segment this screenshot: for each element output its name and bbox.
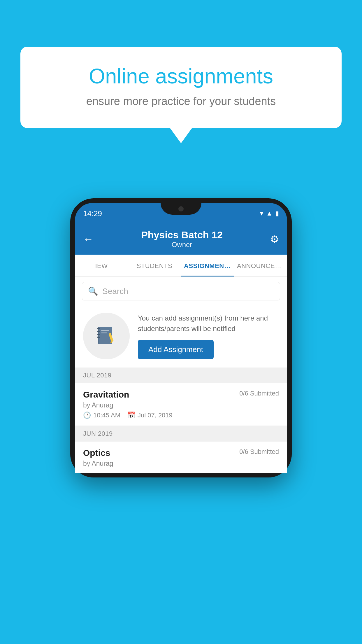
assignment-date-gravitation: Jul 07, 2019 (138, 412, 173, 419)
tab-iew[interactable]: IEW (75, 255, 128, 276)
status-time: 14:29 (83, 209, 102, 218)
status-bar: 14:29 ▾ ▲ ▮ (75, 203, 287, 224)
section-label-jun: JUN 2019 (83, 430, 113, 437)
speech-bubble-subtitle: ensure more practice for your students (44, 95, 318, 108)
battery-icon: ▮ (275, 210, 279, 217)
meta-date-gravitation: 📅 Jul 07, 2019 (127, 412, 173, 419)
section-label-jul: JUL 2019 (83, 372, 111, 379)
svg-rect-7 (101, 332, 107, 333)
speech-bubble-title: Online assignments (44, 64, 318, 88)
clock-icon: 🕐 (83, 412, 91, 419)
promo-area: You can add assignment(s) from here and … (75, 306, 287, 368)
assignment-name-optics: Optics (83, 448, 110, 458)
assignment-name-gravitation: Gravitation (83, 390, 129, 400)
search-bar[interactable]: 🔍 Search (82, 282, 280, 300)
search-container: 🔍 Search (75, 277, 287, 306)
gear-icon[interactable]: ⚙ (270, 233, 279, 245)
svg-rect-4 (97, 334, 100, 335)
svg-rect-5 (97, 337, 100, 338)
assignment-by-gravitation: by Anurag (83, 401, 279, 409)
submitted-badge-optics: 0/6 Submitted (239, 448, 279, 456)
submitted-badge-gravitation: 0/6 Submitted (239, 390, 279, 397)
phone-outer: 14:29 ▾ ▲ ▮ ← Physics Batch 12 Owner ⚙ I… (70, 198, 292, 477)
speech-bubble: Online assignments ensure more practice … (20, 47, 342, 128)
svg-rect-6 (101, 330, 109, 331)
header-title: Physics Batch 12 (141, 229, 223, 241)
tab-assignments[interactable]: ASSIGNMENTS (181, 255, 234, 276)
speech-bubble-container: Online assignments ensure more practice … (20, 47, 342, 128)
phone-mockup: 14:29 ▾ ▲ ▮ ← Physics Batch 12 Owner ⚙ I… (70, 198, 292, 477)
svg-rect-3 (97, 331, 100, 332)
calendar-icon: 📅 (127, 412, 135, 419)
assignment-item-optics[interactable]: Optics 0/6 Submitted by Anurag (75, 442, 287, 473)
assignment-item-gravitation[interactable]: Gravitation 0/6 Submitted by Anurag 🕐 10… (75, 383, 287, 426)
status-icons: ▾ ▲ ▮ (260, 210, 279, 217)
signal-icon: ▲ (266, 210, 273, 217)
header-center: Physics Batch 12 Owner (141, 229, 223, 249)
svg-rect-2 (97, 328, 100, 329)
back-button[interactable]: ← (83, 233, 94, 245)
assignment-row1: Gravitation 0/6 Submitted (83, 390, 279, 400)
notch (161, 203, 201, 215)
search-input[interactable]: Search (102, 287, 128, 296)
promo-text: You can add assignment(s) from here and … (138, 313, 279, 334)
meta-time-gravitation: 🕐 10:45 AM (83, 412, 120, 419)
app-header: ← Physics Batch 12 Owner ⚙ (75, 224, 287, 255)
section-jun-2019: JUN 2019 (75, 426, 287, 442)
add-assignment-button[interactable]: Add Assignment (138, 340, 214, 359)
promo-right: You can add assignment(s) from here and … (138, 313, 279, 359)
tab-students[interactable]: STUDENTS (128, 255, 181, 276)
assignment-by-optics: by Anurag (83, 460, 279, 468)
screen-content: 🔍 Search (75, 277, 287, 473)
section-jul-2019: JUL 2019 (75, 368, 287, 383)
assignment-meta-gravitation: 🕐 10:45 AM 📅 Jul 07, 2019 (83, 412, 279, 419)
tabs-bar: IEW STUDENTS ASSIGNMENTS ANNOUNCEM... (75, 255, 287, 277)
assignment-row1-optics: Optics 0/6 Submitted (83, 448, 279, 458)
header-subtitle: Owner (141, 241, 223, 249)
assignment-time-gravitation: 10:45 AM (93, 412, 120, 419)
tab-announcements[interactable]: ANNOUNCEM... (234, 255, 287, 276)
camera-dot (178, 206, 184, 211)
notebook-icon-circle (83, 313, 130, 359)
search-icon: 🔍 (88, 286, 98, 296)
notebook-icon (95, 324, 118, 348)
wifi-icon: ▾ (260, 210, 263, 217)
